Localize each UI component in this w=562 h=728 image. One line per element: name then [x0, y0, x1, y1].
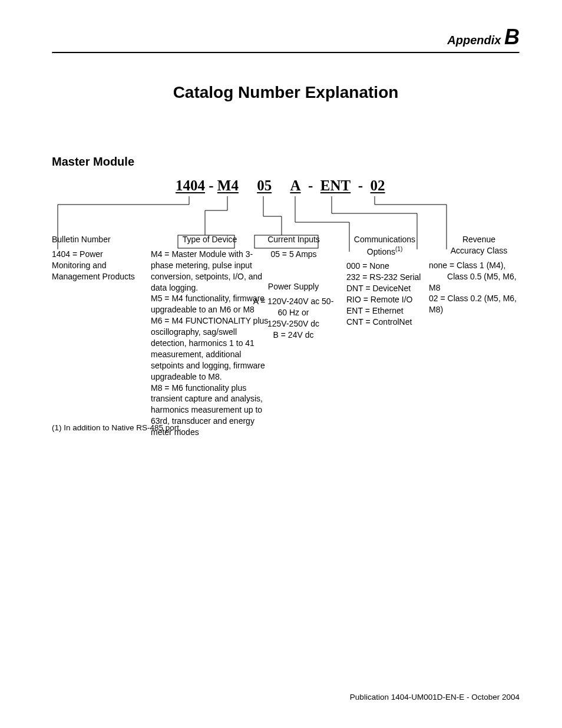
seg-bulletin: 1404 [176, 177, 205, 193]
appendix-letter: B [504, 25, 520, 49]
col-power-body: A = 120V-240V ac 50-60 Hz or 125V-250V d… [253, 297, 334, 340]
catalog-diagram: 1404 - M4 05 A - ENT - 02 [52, 177, 520, 413]
col-bulletin-head: Bulletin Number [52, 234, 140, 245]
appendix-label: Appendix [447, 34, 501, 47]
col-power-head: Power Supply [252, 281, 335, 292]
section-title: Master Module [52, 155, 520, 169]
col-current: Current Inputs 05 = 5 Amps [257, 234, 330, 260]
col-comm-head: Communications Options(1) [346, 234, 423, 257]
seg-rev: 02 [371, 177, 385, 193]
col-current-head: Current Inputs [257, 234, 330, 245]
appendix-heading: Appendix B [52, 25, 520, 52]
footnote: (1) In addition to Native RS-485 port. [52, 423, 181, 432]
col-revenue-head: Revenue Accuracy Class [429, 234, 529, 256]
col-bulletin: Bulletin Number 1404 = Power Monitoring … [52, 234, 140, 282]
col-current-body: 05 = 5 Amps [270, 249, 316, 259]
col-device-body: M4 = Master Module with 3-phase metering… [151, 249, 268, 437]
col-revenue-body: none = Class 1 (M4), Class 0.5 (M5, M6, … [429, 261, 517, 315]
catalog-number: 1404 - M4 05 A - ENT - 02 [176, 177, 385, 194]
col-revenue: Revenue Accuracy Class none = Class 1 (M… [429, 234, 529, 315]
seg-current: 05 [257, 177, 272, 193]
col-device: Type of Device M4 = Master Module with 3… [151, 234, 269, 438]
col-comm: Communications Options(1) 000 = None 232… [346, 234, 423, 328]
col-comm-body: 000 = None 232 = RS-232 Serial DNT = Dev… [346, 261, 421, 326]
seg-power: A [290, 177, 300, 193]
header-rule [52, 52, 520, 54]
publication-line: Publication 1404-UM001D-EN-E - October 2… [350, 693, 520, 701]
page-title: Catalog Number Explanation [52, 83, 520, 102]
col-device-head: Type of Device [151, 234, 269, 245]
col-bulletin-body: 1404 = Power Monitoring and Management P… [52, 249, 135, 281]
seg-device: M4 [217, 177, 239, 193]
seg-comm: ENT [320, 177, 351, 193]
col-power: Power Supply A = 120V-240V ac 50-60 Hz o… [252, 281, 335, 340]
